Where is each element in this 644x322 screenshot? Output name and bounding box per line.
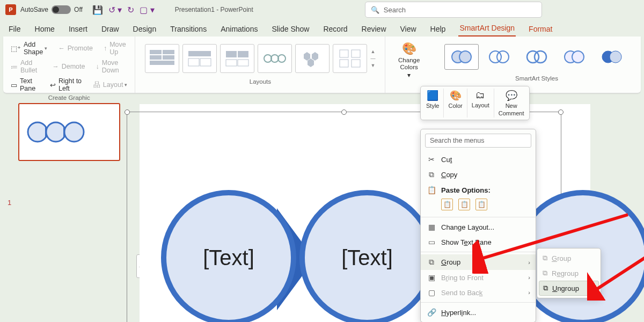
mini-layout-button[interactable]: 🗂Layout <box>467 89 494 118</box>
group-icon: ⧉ <box>427 258 436 267</box>
layout-option-6[interactable] <box>333 44 367 73</box>
svg-rect-18 <box>340 50 348 57</box>
quick-access-toolbar: 💾 ↺ ▾ ↻ ▢ ▾ <box>92 5 155 15</box>
group-label-styles: SmartArt Styles <box>438 74 635 82</box>
tab-smartart-design[interactable]: SmartArt Design <box>458 21 516 36</box>
ctx-copy[interactable]: ⧉Copy <box>421 167 536 182</box>
group-label-layouts: Layouts <box>141 77 379 85</box>
search-placeholder: Search <box>384 6 406 14</box>
mini-new-comment-button[interactable]: 💬NewComment <box>494 89 529 118</box>
paste-option-1[interactable]: 📋 <box>441 199 453 210</box>
layout-option-5[interactable] <box>295 44 330 73</box>
svg-rect-4 <box>150 61 174 65</box>
svg-point-36 <box>64 122 84 142</box>
save-icon[interactable]: 💾 <box>92 5 103 15</box>
mini-style-button[interactable]: 🟦Style <box>422 89 444 118</box>
style-option-1[interactable] <box>444 44 479 70</box>
title-bar: P AutoSave Off 💾 ↺ ▾ ↻ ▢ ▾ Presentation1… <box>0 0 644 19</box>
redo-icon[interactable]: ↻ <box>127 5 134 15</box>
svg-rect-7 <box>200 58 211 66</box>
move-up-button[interactable]: ↑Move Up <box>101 40 129 57</box>
slide-thumbnail-panel[interactable] <box>0 93 134 322</box>
svg-rect-9 <box>238 51 248 57</box>
tab-view[interactable]: View <box>399 23 418 36</box>
toggle-switch-icon[interactable] <box>52 5 71 14</box>
tab-home[interactable]: Home <box>34 23 56 36</box>
promote-button[interactable]: ←Promote <box>56 43 95 53</box>
svg-marker-17 <box>308 58 314 67</box>
ribbon-group-create-graphic: ⬚⁺Add Shape▾ ←Promote ↑Move Up ≔Add Bull… <box>3 36 135 93</box>
annotation-arrow-2 <box>587 252 644 301</box>
add-shape-button[interactable]: ⬚⁺Add Shape▾ <box>9 40 49 57</box>
add-bullet-button[interactable]: ≔Add Bullet <box>9 58 43 75</box>
tab-transitions[interactable]: Transitions <box>169 23 208 36</box>
slide-thumbnail-1[interactable] <box>18 103 120 161</box>
resize-handle-tc[interactable] <box>341 109 347 115</box>
smartart-node-1[interactable]: [Text] <box>161 190 296 322</box>
layout-option-1[interactable] <box>145 44 179 73</box>
change-colors-button[interactable]: 🎨 Change Colors ▾ <box>391 40 427 81</box>
tab-review[interactable]: Review <box>361 23 387 36</box>
svg-rect-10 <box>226 60 237 66</box>
search-input[interactable]: 🔍 Search <box>365 2 542 18</box>
demote-button[interactable]: →Demote <box>50 62 87 71</box>
tab-format[interactable]: Format <box>528 23 553 36</box>
layout-button[interactable]: 品Layout▾ <box>91 79 130 91</box>
tab-design[interactable]: Design <box>132 23 158 36</box>
link-icon: 🔗 <box>427 308 436 317</box>
svg-marker-16 <box>312 52 318 61</box>
style-option-2[interactable] <box>482 44 516 70</box>
ctx-hyperlink[interactable]: 🔗Hyperlink... <box>421 305 536 320</box>
svg-point-25 <box>497 51 509 63</box>
send-back-icon: ▢ <box>427 288 436 297</box>
ungroup-icon: ⧉ <box>543 284 548 292</box>
style-option-5[interactable] <box>595 44 629 70</box>
present-icon[interactable]: ▢ ▾ <box>140 5 154 15</box>
paste-option-2[interactable]: 📋 <box>458 199 470 210</box>
resize-handle-tl[interactable] <box>125 109 130 115</box>
layouts-more-button[interactable]: ▲—▼ <box>370 49 375 68</box>
tab-draw[interactable]: Draw <box>100 23 120 36</box>
tab-insert[interactable]: Insert <box>68 23 89 36</box>
ctx-cut[interactable]: ✂Cut <box>421 152 536 167</box>
chevron-right-icon: › <box>528 274 530 281</box>
text-pane-button[interactable]: ▭Text Pane <box>9 76 41 93</box>
svg-point-23 <box>459 51 471 63</box>
svg-rect-5 <box>188 51 211 56</box>
ribbon-group-layouts: ▲—▼ Layouts <box>135 36 385 93</box>
layout-option-3[interactable] <box>220 44 254 73</box>
slide-number: 1 <box>8 199 11 207</box>
svg-rect-20 <box>340 60 348 67</box>
tab-slideshow[interactable]: Slide Show <box>270 23 310 36</box>
text-pane-icon: ▭ <box>11 81 17 89</box>
tab-help[interactable]: Help <box>429 23 447 36</box>
tab-animations[interactable]: Animations <box>219 23 259 36</box>
svg-point-14 <box>278 55 286 62</box>
svg-point-13 <box>271 55 279 62</box>
context-menu-search[interactable]: Search the menus <box>425 134 531 148</box>
tab-record[interactable]: Record <box>322 23 348 36</box>
svg-line-41 <box>592 258 644 292</box>
autosave-toggle[interactable]: AutoSave Off <box>20 5 83 14</box>
resize-handle-tr[interactable] <box>558 109 564 115</box>
smartart-node-2[interactable]: [Text] <box>299 190 435 322</box>
right-to-left-button[interactable]: ↩Right to Left <box>48 76 85 93</box>
move-down-button[interactable]: ↓Move Down <box>93 58 129 75</box>
style-option-4[interactable] <box>557 44 591 70</box>
svg-rect-1 <box>163 50 174 54</box>
undo-icon[interactable]: ↺ ▾ <box>108 5 122 15</box>
mini-color-button[interactable]: 🎨Color <box>444 89 467 118</box>
tab-file[interactable]: File <box>8 23 22 36</box>
palette-icon: 🎨 <box>450 90 462 101</box>
ctx-send-to-back[interactable]: ▢Send to Back› <box>421 285 536 300</box>
layout-option-4[interactable] <box>258 44 292 73</box>
cut-icon: ✂ <box>427 155 436 164</box>
arrow-left-icon: ← <box>58 45 65 52</box>
style-option-3[interactable] <box>519 44 554 70</box>
autosave-state: Off <box>74 6 83 13</box>
paste-icon: 📋 <box>427 186 436 194</box>
ribbon: ⬚⁺Add Shape▾ ←Promote ↑Move Up ≔Add Bull… <box>3 36 641 93</box>
paste-option-3[interactable]: 📋 <box>475 199 487 210</box>
svg-marker-15 <box>304 52 310 61</box>
layout-option-2[interactable] <box>182 44 217 73</box>
